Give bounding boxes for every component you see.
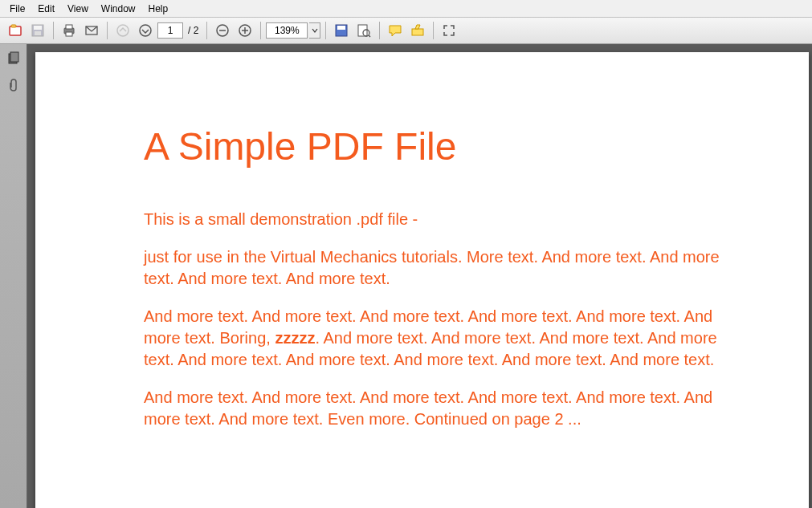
page-number-input[interactable] xyxy=(157,22,183,39)
toolbar: / 2 xyxy=(0,18,812,44)
highlight-button[interactable] xyxy=(407,20,428,41)
save-icon xyxy=(31,23,45,38)
pdf-body: This is a small demonstration .pdf file … xyxy=(144,209,722,430)
arrow-up-icon xyxy=(116,23,130,38)
page-total-label: / 2 xyxy=(185,25,202,36)
attachments-panel-button[interactable] xyxy=(5,76,22,94)
menu-window[interactable]: Window xyxy=(95,2,142,16)
arrow-down-icon xyxy=(138,23,153,38)
print-button[interactable] xyxy=(59,20,80,41)
chevron-down-icon xyxy=(312,27,318,34)
svg-rect-17 xyxy=(337,26,345,30)
separator xyxy=(325,22,326,39)
fullscreen-button[interactable] xyxy=(439,20,459,41)
separator xyxy=(433,22,434,39)
save-copy-button[interactable] xyxy=(331,20,352,41)
pdf-title: A Simple PDF File xyxy=(144,124,809,169)
pdf-paragraph: And more text. And more text. And more t… xyxy=(144,387,722,430)
svg-rect-4 xyxy=(35,31,41,35)
separator xyxy=(206,22,207,39)
highlight-icon xyxy=(410,23,425,38)
zoom-input[interactable] xyxy=(266,22,308,39)
document-area[interactable]: A Simple PDF File This is a small demons… xyxy=(27,44,812,508)
open-icon xyxy=(8,23,22,38)
separator xyxy=(107,22,108,39)
email-icon xyxy=(84,23,99,38)
separator xyxy=(53,22,54,39)
floppy-icon xyxy=(334,23,349,38)
pages-panel-button[interactable] xyxy=(5,49,22,67)
svg-rect-21 xyxy=(412,29,423,35)
pdf-paragraph: This is a small demonstration .pdf file … xyxy=(144,209,722,230)
svg-line-20 xyxy=(369,35,370,37)
separator xyxy=(379,22,380,39)
find-icon xyxy=(357,23,371,38)
menu-file[interactable]: File xyxy=(3,2,31,16)
pages-icon xyxy=(6,51,21,65)
zoom-dropdown-button[interactable] xyxy=(309,22,320,39)
svg-rect-18 xyxy=(358,25,367,36)
paperclip-icon xyxy=(6,78,21,92)
zoom-out-icon xyxy=(215,23,230,38)
svg-rect-0 xyxy=(10,26,21,35)
next-page-button[interactable] xyxy=(135,20,156,41)
svg-rect-6 xyxy=(66,25,72,29)
note-button[interactable] xyxy=(385,20,406,41)
save-button xyxy=(27,20,48,41)
svg-rect-7 xyxy=(66,32,72,36)
zoom-out-button[interactable] xyxy=(212,20,233,41)
prev-page-button xyxy=(112,20,133,41)
fullscreen-icon xyxy=(442,23,456,38)
find-button[interactable] xyxy=(353,20,374,41)
speech-bubble-icon xyxy=(388,23,402,38)
menu-view[interactable]: View xyxy=(61,2,95,16)
content-area: A Simple PDF File This is a small demons… xyxy=(0,44,812,508)
email-button[interactable] xyxy=(81,20,102,41)
open-button[interactable] xyxy=(5,20,26,41)
pdf-paragraph: And more text. And more text. And more t… xyxy=(144,306,722,371)
print-icon xyxy=(62,23,76,38)
svg-rect-1 xyxy=(11,25,16,27)
svg-rect-23 xyxy=(10,52,18,62)
menubar: File Edit View Window Help xyxy=(0,0,812,18)
menu-edit[interactable]: Edit xyxy=(31,2,61,16)
menu-help[interactable]: Help xyxy=(142,2,175,16)
svg-point-10 xyxy=(140,25,151,36)
svg-rect-3 xyxy=(34,26,42,30)
pdf-paragraph: just for use in the Virtual Mechanics tu… xyxy=(144,246,722,290)
zoom-in-button[interactable] xyxy=(235,20,255,41)
separator xyxy=(260,22,261,39)
sidebar xyxy=(0,44,27,508)
zoom-in-icon xyxy=(238,23,252,38)
svg-point-9 xyxy=(117,25,129,36)
pdf-page: A Simple PDF File This is a small demons… xyxy=(35,52,809,508)
